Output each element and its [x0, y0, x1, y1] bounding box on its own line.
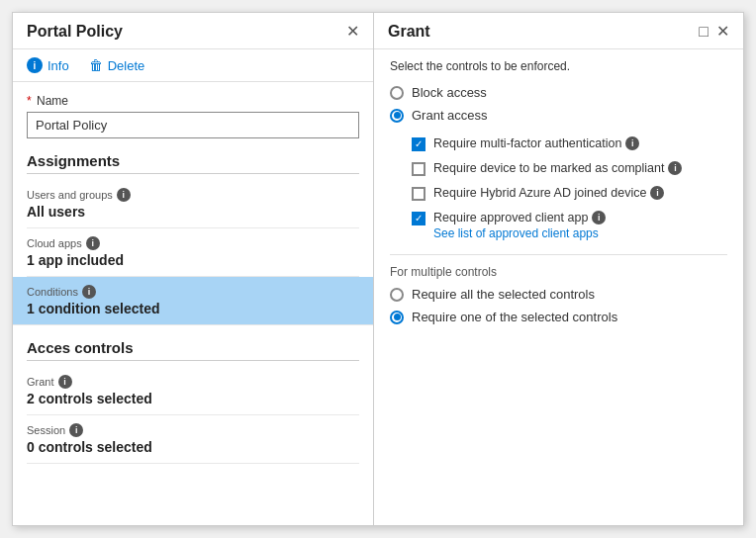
mfa-checkbox[interactable]: [412, 137, 425, 151]
left-panel-header: Portal Policy ✕: [13, 13, 373, 49]
main-container: Portal Policy ✕ i Info 🗑 Delete * Name: [12, 12, 744, 526]
maximize-button[interactable]: □: [699, 24, 709, 40]
assignments-section: Assignments Users and groups i All users…: [27, 152, 359, 325]
require-one-radio-circle: [390, 311, 404, 324]
session-row[interactable]: Session i 0 controls selected: [27, 415, 359, 464]
left-close-button[interactable]: ✕: [346, 24, 359, 40]
grant-access-radio-circle: [390, 109, 404, 123]
block-access-radio-circle: [390, 86, 404, 100]
right-panel-title: Grant: [388, 23, 430, 41]
conditions-info-icon[interactable]: i: [82, 285, 96, 299]
right-panel: Grant □ ✕ Select the controls to be enfo…: [374, 13, 743, 525]
grant-info-icon[interactable]: i: [58, 375, 72, 389]
name-input[interactable]: [27, 112, 359, 138]
name-field-group: * Name: [27, 94, 359, 138]
divider: [390, 254, 727, 255]
assignments-title: Assignments: [27, 152, 359, 174]
toolbar: i Info 🗑 Delete: [13, 49, 373, 82]
approved-apps-link[interactable]: See list of approved client apps: [433, 226, 606, 240]
grant-access-label: Grant access: [412, 108, 488, 123]
mfa-label: Require multi-factor authentication i: [433, 136, 639, 150]
block-access-label: Block access: [412, 85, 487, 100]
hybrid-ad-label: Require Hybrid Azure AD joined device i: [433, 186, 664, 200]
info-icon: i: [27, 57, 43, 73]
require-all-radio[interactable]: Require all the selected controls: [390, 287, 727, 302]
cloud-label: Cloud apps i: [27, 236, 359, 250]
required-star: *: [27, 94, 32, 108]
grant-row[interactable]: Grant i 2 controls selected: [27, 367, 359, 415]
users-info-icon[interactable]: i: [117, 188, 131, 202]
trash-icon: 🗑: [89, 57, 103, 73]
for-multiple-label: For multiple controls: [390, 265, 727, 279]
mfa-checkbox-item[interactable]: Require multi-factor authentication i: [412, 136, 727, 151]
require-one-radio[interactable]: Require one of the selected controls: [390, 310, 727, 324]
users-and-groups-row[interactable]: Users and groups i All users: [27, 180, 359, 228]
compliant-info-icon[interactable]: i: [668, 161, 682, 175]
hybrid-ad-info-icon[interactable]: i: [650, 186, 664, 200]
compliant-label: Require device to be marked as compliant…: [433, 161, 682, 175]
conditions-value: 1 condition selected: [27, 301, 359, 316]
cloud-apps-row[interactable]: Cloud apps i 1 app included: [27, 228, 359, 277]
grant-label: Grant i: [27, 375, 359, 389]
approved-app-checkbox[interactable]: [412, 212, 425, 225]
info-label: Info: [47, 58, 69, 73]
name-field-label: Name: [37, 94, 68, 108]
conditions-label: Conditions i: [27, 285, 359, 299]
multiple-controls-radio-group: Require all the selected controls Requir…: [390, 287, 727, 324]
users-value: All users: [27, 204, 359, 220]
left-panel: Portal Policy ✕ i Info 🗑 Delete * Name: [13, 13, 374, 525]
approved-app-content: Require approved client app i See list o…: [433, 211, 606, 240]
session-value: 0 controls selected: [27, 439, 359, 455]
right-close-button[interactable]: ✕: [716, 24, 729, 40]
left-panel-body: * Name Assignments Users and groups i Al…: [13, 82, 373, 525]
compliant-checkbox[interactable]: [412, 162, 425, 176]
left-panel-title: Portal Policy: [27, 23, 123, 41]
approved-app-label: Require approved client app i: [433, 211, 606, 224]
cloud-info-icon[interactable]: i: [86, 236, 100, 250]
approved-app-info-icon[interactable]: i: [592, 211, 606, 224]
mfa-info-icon[interactable]: i: [625, 136, 639, 150]
access-radio-group: Block access Grant access: [390, 85, 727, 123]
right-subtitle: Select the controls to be enforced.: [390, 59, 727, 73]
require-all-label: Require all the selected controls: [412, 287, 595, 302]
delete-label: Delete: [108, 58, 145, 73]
info-toolbar-item[interactable]: i Info: [27, 57, 69, 73]
right-panel-header: Grant □ ✕: [374, 13, 743, 49]
name-label: * Name: [27, 94, 359, 108]
grant-access-radio[interactable]: Grant access: [390, 108, 727, 123]
session-info-icon[interactable]: i: [69, 423, 83, 437]
delete-toolbar-item[interactable]: 🗑 Delete: [89, 57, 145, 73]
acces-controls-section: Acces controls Grant i 2 controls select…: [27, 339, 359, 464]
hybrid-ad-checkbox[interactable]: [412, 187, 425, 201]
require-one-label: Require one of the selected controls: [412, 310, 617, 324]
acces-controls-title: Acces controls: [27, 339, 359, 361]
compliant-checkbox-item[interactable]: Require device to be marked as compliant…: [412, 161, 727, 176]
require-all-radio-circle: [390, 288, 404, 302]
grant-checkboxes: Require multi-factor authentication i Re…: [412, 136, 727, 240]
block-access-radio[interactable]: Block access: [390, 85, 727, 100]
hybrid-ad-checkbox-item[interactable]: Require Hybrid Azure AD joined device i: [412, 186, 727, 201]
approved-app-checkbox-item[interactable]: Require approved client app i See list o…: [412, 211, 727, 240]
right-panel-body: Select the controls to be enforced. Bloc…: [374, 49, 743, 525]
users-label: Users and groups i: [27, 188, 359, 202]
right-header-icons: □ ✕: [699, 24, 729, 40]
session-label: Session i: [27, 423, 359, 437]
cloud-value: 1 app included: [27, 252, 359, 268]
conditions-row[interactable]: Conditions i 1 condition selected: [13, 277, 373, 325]
grant-value: 2 controls selected: [27, 391, 359, 406]
